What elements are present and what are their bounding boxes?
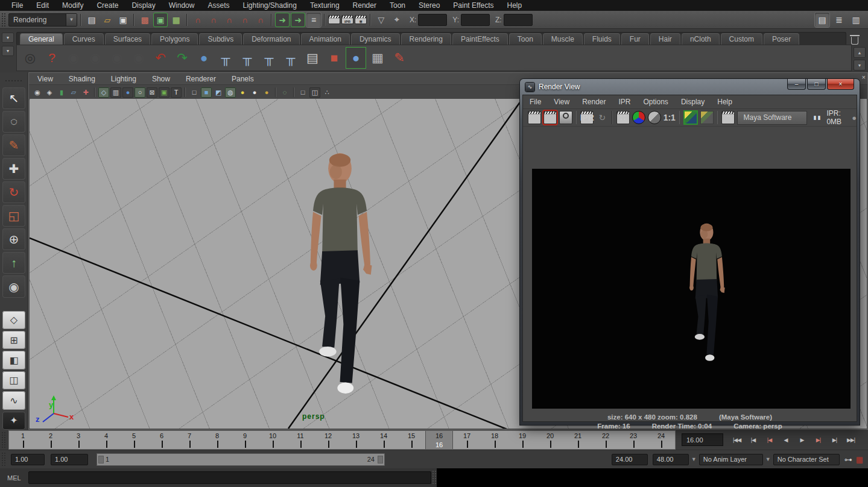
paint-selection-tool[interactable]: ✎ (2, 134, 25, 156)
timeline-frame[interactable]: 23 23 (619, 431, 647, 449)
tab-muscle[interactable]: Muscle (543, 33, 583, 45)
shelf-tab-arrow-icon[interactable]: ▾ (2, 33, 14, 43)
pan-zoom-icon[interactable]: ✚ (80, 87, 91, 98)
menu-help[interactable]: Help (501, 1, 529, 10)
minimize-button[interactable]: – (787, 79, 806, 90)
timeline-frame[interactable]: 14 14 (370, 431, 398, 449)
undo-view-icon[interactable]: ↶ (150, 47, 171, 69)
scale-tool[interactable]: ◱ (2, 205, 25, 227)
show-manipulator-tool[interactable]: ↑ (2, 252, 25, 274)
step-forward-key-button[interactable]: ▶| (811, 433, 826, 447)
redo-view-icon[interactable]: ↷ (172, 47, 192, 69)
chevron-down-icon[interactable]: ▼ (765, 456, 771, 462)
play-backwards-button[interactable]: ◀ (778, 433, 793, 447)
timeline-frame[interactable]: 8 8 (203, 431, 231, 449)
timeline-frame[interactable]: 18 18 (481, 431, 508, 449)
timeline-frame[interactable]: 11 11 (287, 431, 314, 449)
drag-handle[interactable] (1, 13, 6, 27)
layout-single-pane[interactable]: ◇ (2, 311, 25, 329)
close-button[interactable]: × (827, 79, 854, 90)
set-key-icon[interactable]: ⊶ (844, 455, 852, 464)
timeline-frame[interactable]: 3 3 (65, 431, 92, 449)
pane-close-icon[interactable]: × (862, 74, 866, 81)
timeline-frame[interactable]: 7 7 (176, 431, 203, 449)
node-editor-icon[interactable]: ▤ (302, 47, 323, 69)
remove-image-icon[interactable] (700, 111, 714, 124)
playback-range-bar[interactable]: 1 24 (97, 453, 385, 466)
timeline-frame[interactable]: 17 17 (453, 431, 481, 449)
vp-menu-panels[interactable]: Panels (232, 75, 254, 83)
window-titlebar[interactable]: ∿ Render View – □ × (520, 79, 860, 95)
scroll-down-icon[interactable]: ▼ (854, 60, 866, 71)
go-to-end-button[interactable]: ▶▶| (843, 433, 858, 447)
tab-curves[interactable]: Curves (64, 33, 104, 45)
vp-menu-shading[interactable]: Shading (69, 75, 95, 83)
command-results[interactable] (437, 468, 868, 487)
chevron-down-icon[interactable]: ▼ (691, 456, 697, 462)
paint-effects-brush-icon[interactable]: ✎ (389, 47, 410, 69)
input-connections-icon[interactable]: ➜ (275, 13, 290, 27)
safe-action-icon[interactable]: ▣ (159, 87, 169, 98)
timeline-frame[interactable]: 22 22 (592, 431, 619, 449)
save-scene-icon[interactable]: ▣ (116, 13, 130, 27)
image-plane-icon[interactable]: ▱ (68, 87, 79, 98)
film-gate-icon[interactable]: ▥ (110, 87, 121, 98)
select-tool[interactable]: ↖ (2, 87, 25, 109)
menu-render[interactable]: Render (346, 1, 383, 10)
character-model[interactable] (288, 147, 389, 400)
safe-title-icon[interactable]: T (171, 87, 182, 98)
layout-four-pane[interactable]: ⊞ (2, 331, 25, 349)
channel-box-icon[interactable]: ▥ (849, 13, 863, 27)
select-component-icon[interactable]: ▦ (169, 13, 183, 27)
z-coordinate-field[interactable] (504, 14, 533, 26)
go-to-start-button[interactable]: |◀◀ (729, 433, 744, 447)
assign-material-icon[interactable]: ■ (324, 47, 344, 69)
tab-hair[interactable]: Hair (650, 33, 680, 45)
playback-start-field[interactable]: 1.00 (51, 454, 88, 465)
menu-stereo[interactable]: Stereo (412, 1, 446, 10)
menu-texturing[interactable]: Texturing (303, 1, 346, 10)
separator[interactable] (293, 87, 294, 97)
tab-fluids[interactable]: Fluids (584, 33, 620, 45)
shelf-menu-arrow-icon[interactable]: ▾ (2, 46, 14, 56)
camera-truck-icon[interactable]: ◉ (107, 47, 127, 69)
play-forwards-button[interactable]: ▶ (794, 433, 809, 447)
vp-menu-renderer[interactable]: Renderer (186, 75, 216, 83)
key-light-icon[interactable]: ● (237, 87, 248, 98)
tab-deformation[interactable]: Deformation (243, 33, 299, 45)
selection-priority-chevron-icon[interactable]: ▽ (374, 13, 388, 27)
anim-layer-field[interactable]: No Anim Layer (699, 454, 763, 465)
menu-display[interactable]: Display (125, 1, 162, 10)
tab-painteffects[interactable]: PaintEffects (452, 33, 508, 45)
refresh-ipr-icon[interactable]: ↻ (596, 112, 608, 124)
display-alpha-icon[interactable] (648, 111, 661, 124)
move-tool[interactable]: ✚ (2, 158, 25, 180)
rv-menu-view[interactable]: View (554, 98, 569, 106)
last-tool-used[interactable]: ◉ (2, 275, 25, 297)
separator[interactable] (94, 87, 95, 97)
timeline-frame[interactable]: 2 2 (37, 431, 65, 449)
render-settings-icon[interactable]: ≣ (355, 15, 367, 24)
tab-dynamics[interactable]: Dynamics (351, 33, 400, 45)
keep-image-icon[interactable] (683, 110, 698, 125)
timeline-frame[interactable]: 21 21 (564, 431, 592, 449)
vp-menu-show[interactable]: Show (152, 75, 170, 83)
timeline-frame[interactable]: 16 16 (425, 431, 453, 449)
pause-ipr-button[interactable]: ▮▮ (813, 115, 822, 121)
rv-menu-help[interactable]: Help (717, 98, 732, 106)
step-back-frame-button[interactable]: |◀ (746, 433, 761, 447)
open-scene-icon[interactable]: ▱ (100, 13, 115, 27)
timeline-frame[interactable]: 1 1 (9, 431, 37, 449)
tab-fur[interactable]: Fur (621, 33, 649, 45)
fill-light-icon[interactable]: ● (249, 87, 260, 98)
timeline-frame[interactable]: 19 19 (508, 431, 536, 449)
render-current-frame-icon[interactable] (328, 15, 340, 24)
attribute-editor-icon[interactable]: ▤ (815, 13, 829, 27)
character-set-field[interactable]: No Character Set (773, 454, 840, 465)
auto-keyframe-icon[interactable]: ▦ (856, 455, 863, 464)
trash-icon[interactable] (851, 37, 858, 45)
menu-file[interactable]: File (5, 1, 30, 10)
render-settings-icon[interactable]: “ (721, 111, 735, 124)
tool-settings-icon[interactable]: ≣ (832, 13, 846, 27)
output-connections-icon[interactable]: ➜ (291, 13, 305, 27)
